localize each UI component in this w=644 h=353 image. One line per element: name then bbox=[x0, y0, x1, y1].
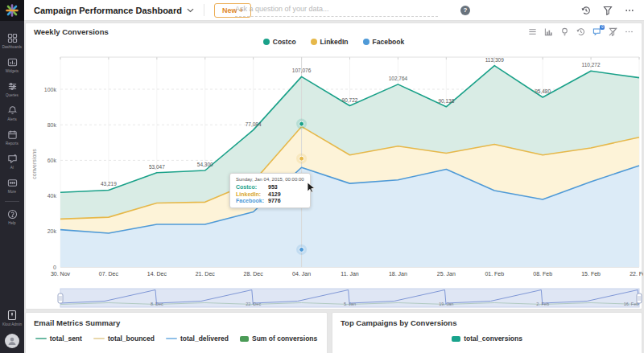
weekly-conversions-chart[interactable]: 30. Nov07. Dec14. Dec21. Dec28. Dec04. J… bbox=[26, 23, 643, 310]
sidebar-item-label: AI bbox=[10, 166, 14, 170]
klipfolio-logo[interactable] bbox=[0, 0, 24, 21]
sidebar: Dashboards Widgets Queries Alerts Report… bbox=[0, 21, 24, 353]
widgets-icon bbox=[7, 57, 18, 68]
svg-text:21. Dec: 21. Dec bbox=[196, 271, 216, 277]
chart-legend: Costco LinkedIn Facebook bbox=[26, 38, 642, 46]
legend-item-linkedin[interactable]: LinkedIn bbox=[311, 38, 349, 46]
sidebar-account: Klout Admin bbox=[2, 310, 23, 353]
logo-icon bbox=[6, 4, 19, 17]
svg-text:conversions: conversions bbox=[31, 149, 37, 179]
mouse-cursor bbox=[307, 182, 316, 194]
legend-item-costco[interactable]: Costco bbox=[263, 38, 296, 46]
svg-text:07. Dec: 07. Dec bbox=[99, 271, 119, 277]
avatar[interactable] bbox=[5, 334, 19, 348]
sidebar-item-alerts[interactable]: Alerts bbox=[0, 101, 24, 125]
svg-text:0: 0 bbox=[53, 265, 56, 270]
svg-text:54,300: 54,300 bbox=[197, 162, 213, 167]
top-campaigns-legend: total_conversions bbox=[332, 335, 642, 343]
sidebar-item-label: Widgets bbox=[6, 69, 19, 73]
sidebar-item-more[interactable]: More bbox=[0, 174, 24, 198]
svg-text:20k: 20k bbox=[47, 228, 57, 234]
svg-text:90,722: 90,722 bbox=[342, 97, 358, 103]
email-metrics-legend: total_sent total_bounced total_delivered… bbox=[26, 335, 327, 343]
legend-item-total-conversions[interactable]: total_conversions bbox=[452, 335, 522, 343]
svg-text:80k: 80k bbox=[47, 122, 57, 128]
admin-badge-icon[interactable] bbox=[6, 310, 18, 321]
reports-icon bbox=[7, 129, 18, 140]
svg-text:01. Feb: 01. Feb bbox=[485, 271, 504, 277]
tooltip-row-facebook: Facebook:9776 bbox=[236, 198, 304, 203]
sidebar-item-ai[interactable]: AI bbox=[0, 150, 24, 174]
ai-icon bbox=[7, 154, 18, 164]
topbar-divider bbox=[204, 4, 204, 16]
dashboards-icon bbox=[7, 33, 18, 43]
svg-text:95,480: 95,480 bbox=[535, 88, 551, 94]
svg-text:28. Dec: 28. Dec bbox=[244, 271, 264, 277]
svg-text:100k: 100k bbox=[44, 87, 57, 92]
history-icon[interactable] bbox=[581, 6, 591, 15]
search-input[interactable]: Ask a question of your data... bbox=[235, 5, 438, 17]
svg-text:90,138: 90,138 bbox=[438, 98, 454, 104]
sidebar-item-dashboards[interactable]: Dashboards bbox=[0, 29, 24, 53]
costco-dot bbox=[263, 39, 270, 45]
svg-text:5. Jan: 5. Jan bbox=[344, 302, 356, 306]
sidebar-item-label: Reports bbox=[6, 142, 19, 146]
svg-text:77,084: 77,084 bbox=[246, 121, 262, 127]
tooltip-datetime: Sunday, Jan 04, 2015, 00:00:00 bbox=[236, 177, 304, 182]
account-label: Klout Admin bbox=[2, 322, 23, 327]
more-icon bbox=[7, 178, 18, 188]
sidebar-item-label: Dashboards bbox=[2, 45, 22, 49]
svg-text:43,219: 43,219 bbox=[101, 181, 117, 187]
sidebar-item-widgets[interactable]: Widgets bbox=[0, 53, 24, 77]
topbar-icons bbox=[581, 0, 634, 21]
page-title: Campaign Performance Dashboard bbox=[34, 6, 182, 15]
help-circle-icon[interactable]: ? bbox=[460, 6, 470, 15]
email-metrics-panel: Email Metrics Summary total_sent total_b… bbox=[25, 312, 328, 353]
svg-text:113,309: 113,309 bbox=[485, 57, 504, 63]
top-campaigns-panel: Top Campaigns by Conversions total_conve… bbox=[332, 312, 642, 353]
chevron-down-icon bbox=[187, 8, 194, 13]
legend-item-total-bounced[interactable]: total_bounced bbox=[93, 335, 155, 343]
dashboard-title-menu[interactable]: Campaign Performance Dashboard bbox=[34, 6, 194, 15]
sidebar-item-queries[interactable]: Queries bbox=[0, 77, 24, 101]
svg-text:53,047: 53,047 bbox=[149, 164, 165, 170]
sidebar-item-reports[interactable]: Reports bbox=[0, 125, 24, 150]
help-icon bbox=[7, 209, 18, 220]
svg-text:14. Dec: 14. Dec bbox=[147, 271, 167, 277]
alerts-icon bbox=[7, 105, 18, 116]
svg-text:102,764: 102,764 bbox=[389, 76, 408, 81]
svg-text:22. Dec: 22. Dec bbox=[246, 302, 261, 306]
linkedin-dot bbox=[311, 39, 317, 45]
tooltip-row-linkedin: LinkedIn:4129 bbox=[236, 191, 304, 197]
sidebar-item-label: Queries bbox=[6, 93, 19, 97]
weekly-conversions-panel: Weekly Conversions 0 bbox=[25, 23, 642, 310]
svg-text:15. Feb: 15. Feb bbox=[581, 271, 601, 277]
panel-title: Email Metrics Summary bbox=[26, 313, 327, 327]
legend-item-total-sent[interactable]: total_sent bbox=[35, 335, 82, 343]
sidebar-divider bbox=[5, 201, 19, 202]
legend-item-sum-of-conversions[interactable]: Sum of conversions bbox=[240, 335, 317, 343]
sidebar-item-help[interactable]: Help bbox=[0, 205, 24, 229]
filter-icon[interactable] bbox=[603, 6, 613, 15]
svg-text:2. Feb: 2. Feb bbox=[536, 302, 549, 306]
legend-item-total-delivered[interactable]: total_delivered bbox=[166, 335, 229, 343]
svg-text:30. Nov: 30. Nov bbox=[51, 271, 71, 277]
svg-text:08. Feb: 08. Feb bbox=[533, 271, 552, 277]
facebook-dot bbox=[363, 39, 369, 45]
sidebar-item-label: More bbox=[8, 190, 16, 194]
tooltip-row-costco: Costco:953 bbox=[236, 184, 304, 190]
topbar: Campaign Performance Dashboard New + Ask… bbox=[24, 0, 644, 21]
sidebar-item-label: Help bbox=[8, 221, 15, 225]
svg-text:40k: 40k bbox=[47, 193, 57, 199]
legend-item-facebook[interactable]: Facebook bbox=[363, 38, 405, 46]
svg-text:8. Dec: 8. Dec bbox=[151, 302, 163, 306]
queries-icon bbox=[7, 81, 18, 92]
more-icon[interactable] bbox=[625, 6, 634, 15]
svg-text:107,076: 107,076 bbox=[292, 68, 312, 73]
svg-text:11. Jan: 11. Jan bbox=[341, 271, 359, 277]
svg-text:110,272: 110,272 bbox=[582, 62, 601, 68]
svg-text:22. Feb: 22. Feb bbox=[630, 271, 643, 277]
sidebar-item-label: Alerts bbox=[7, 117, 17, 121]
chart-tooltip: Sunday, Jan 04, 2015, 00:00:00 Costco:95… bbox=[229, 173, 311, 208]
panel-title: Top Campaigns by Conversions bbox=[332, 313, 642, 327]
